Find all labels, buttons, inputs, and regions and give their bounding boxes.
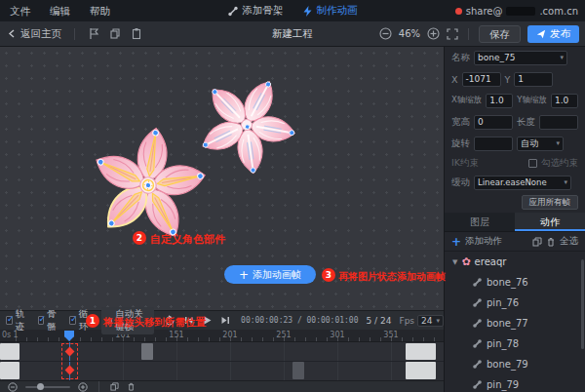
menu-help[interactable]: 帮助 xyxy=(80,0,120,21)
add-keyframe-button[interactable]: + 添加动画帧 xyxy=(224,265,316,284)
size-label: 宽高 xyxy=(451,116,470,129)
tree-bone-item[interactable]: pin_78 xyxy=(445,333,585,354)
timeline-ruler[interactable]: 0s 1 51 101 151 201 251 301 351 xyxy=(0,330,444,342)
tree-bone-item[interactable]: pin_76 xyxy=(445,293,585,313)
inspector-panel: 名称 bone_75 ▾ X -1071 Y 1 X轴缩放 1.0 Y轴缩放 1… xyxy=(444,47,585,392)
fps-control[interactable]: Fps 24 ▾ xyxy=(399,315,444,327)
next-frame-button[interactable] xyxy=(220,315,231,326)
panel-scrollbar[interactable] xyxy=(581,259,584,349)
delete-frame-icon[interactable] xyxy=(127,382,136,391)
skeleton-icon xyxy=(228,6,239,17)
mode-tabs: 添加骨架 制作动画 xyxy=(228,0,358,21)
flag-icon[interactable] xyxy=(88,27,99,40)
back-home-button[interactable]: 返回主页 xyxy=(8,27,61,41)
send-icon xyxy=(536,29,546,39)
y-field[interactable]: 1 xyxy=(514,72,553,87)
chevron-down-icon: ▾ xyxy=(437,317,441,325)
copy-frame-icon[interactable] xyxy=(110,382,119,391)
delete-action-icon[interactable] xyxy=(546,237,556,247)
tab-make-animation[interactable]: 制作动画 xyxy=(303,4,358,18)
x-field[interactable]: -1071 xyxy=(462,72,501,87)
y-label: Y xyxy=(505,74,511,85)
length-label: 长度 xyxy=(517,116,535,129)
tree-bone-item[interactable]: bone_79 xyxy=(445,354,585,374)
timeline-zoom-slider[interactable] xyxy=(25,386,70,388)
toggle-track[interactable]: 轨迹 xyxy=(6,308,28,333)
bone-icon xyxy=(472,359,483,370)
frame-counter: 5 / 24 xyxy=(367,316,392,326)
timeline-zoom-out-icon[interactable] xyxy=(8,382,18,392)
apply-all-frames-button[interactable]: 应用所有帧 xyxy=(522,195,579,210)
back-home-label: 返回主页 xyxy=(20,27,61,41)
keyframe-block[interactable] xyxy=(0,343,20,360)
bone-select-value: bone_75 xyxy=(478,53,515,62)
zoom-out-icon[interactable] xyxy=(379,27,392,40)
ruler-tick: 251 xyxy=(276,331,291,339)
tree-bone-item[interactable]: bone_76 xyxy=(445,272,585,293)
ruler-tick: 351 xyxy=(383,331,398,339)
fps-label: Fps xyxy=(399,316,414,326)
bone-icon xyxy=(472,379,483,390)
length-field[interactable] xyxy=(539,115,578,130)
checkbox-checked-icon xyxy=(6,316,13,325)
tree-root-item[interactable]: ▼ ✿ ereaqr xyxy=(445,252,585,272)
save-button[interactable]: 保存 xyxy=(479,25,521,43)
flower-right[interactable] xyxy=(180,59,314,190)
bone-select[interactable]: bone_75 ▾ xyxy=(474,51,567,65)
add-action-button[interactable]: 添加动作 xyxy=(465,235,502,248)
ruler-tick: 201 xyxy=(222,331,237,339)
slider-thumb[interactable] xyxy=(37,383,44,390)
easing-value: Linear.easeNone xyxy=(478,177,547,187)
menu-edit[interactable]: 编辑 xyxy=(40,0,80,21)
zoom-in-icon[interactable] xyxy=(427,27,440,40)
divider xyxy=(98,381,99,392)
ruler-tick: 301 xyxy=(330,331,344,339)
action-toolbar: + 添加动作 全选 xyxy=(445,232,585,252)
timeline-zoom-in-icon[interactable] xyxy=(78,382,88,392)
bone-icon xyxy=(472,297,483,308)
step-3-text: 再将图片状态添加动画帧 xyxy=(338,270,446,284)
size-field[interactable]: 0 xyxy=(474,115,513,130)
tab-actions[interactable]: 动作 xyxy=(515,213,585,231)
publish-button[interactable]: 发布 xyxy=(527,25,579,43)
tab-make-animation-label: 制作动画 xyxy=(317,4,358,18)
copy-icon[interactable] xyxy=(109,27,121,40)
ik-checkbox[interactable] xyxy=(528,159,537,168)
step-2-badge: 2 xyxy=(133,231,146,245)
account-info[interactable]: share@ .com.cn xyxy=(455,0,578,21)
fit-screen-icon[interactable] xyxy=(447,28,458,40)
keyframe-block[interactable] xyxy=(0,362,20,379)
keyframe-block[interactable] xyxy=(141,343,153,360)
root-joint-dot[interactable] xyxy=(145,182,151,188)
bone-icon xyxy=(472,318,483,329)
tree-bone-item[interactable]: bone_77 xyxy=(445,313,585,333)
add-keyframe-label: 添加动画帧 xyxy=(253,268,301,282)
duplicate-action-icon[interactable] xyxy=(532,237,542,247)
easing-select[interactable]: Linear.easeNone ▾ xyxy=(474,176,571,190)
menu-file[interactable]: 文件 xyxy=(0,0,40,21)
tree-bone-item[interactable]: pin_79 xyxy=(445,374,585,392)
keyframe-block[interactable] xyxy=(406,362,436,379)
scale-x-field[interactable]: 1.0 xyxy=(486,94,513,108)
flower-left[interactable] xyxy=(82,120,214,248)
toggle-bones[interactable]: 骨骼 xyxy=(38,308,60,333)
zoom-level[interactable]: 46% xyxy=(399,28,420,39)
checkbox-checked-icon xyxy=(69,316,76,325)
keyframe-block[interactable] xyxy=(406,343,436,360)
select-all-button[interactable]: 全选 xyxy=(560,235,578,248)
playback-controls: 轨迹 骨骼 循环 自动关键帧 00:00 xyxy=(0,310,444,330)
paste-icon[interactable] xyxy=(131,27,142,40)
timeline-tracks[interactable] xyxy=(0,342,444,380)
name-label: 名称 xyxy=(451,52,470,64)
keyframe-block[interactable] xyxy=(292,362,304,379)
tab-layers[interactable]: 图层 xyxy=(445,213,515,231)
rotation-mode-select[interactable]: 自动 ▾ xyxy=(517,137,564,151)
tab-add-skeleton[interactable]: 添加骨架 xyxy=(228,4,284,18)
animation-icon xyxy=(303,6,313,17)
bone-label: bone_76 xyxy=(487,277,528,288)
rotation-field[interactable] xyxy=(474,137,513,151)
timeline[interactable]: 0s 1 51 101 151 201 251 301 351 xyxy=(0,330,444,380)
scale-y-field[interactable]: 1.0 xyxy=(551,94,578,108)
checkbox-checked-icon xyxy=(38,316,45,325)
timeline-zoom-bar xyxy=(0,380,444,392)
